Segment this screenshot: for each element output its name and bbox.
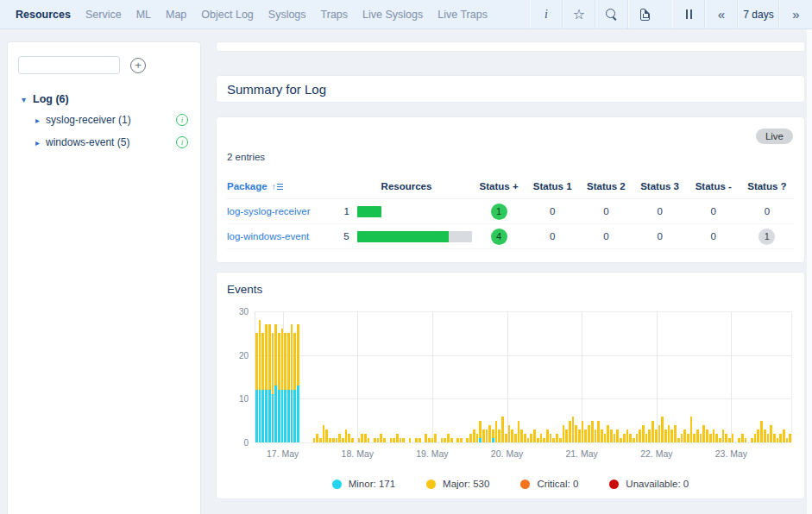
table-row: log-syslog-receiver1100000 <box>227 199 794 224</box>
event-bar <box>390 311 393 442</box>
event-bar <box>323 311 325 442</box>
playback-controls: « 7 days » <box>672 0 812 28</box>
pause-button[interactable] <box>672 0 705 28</box>
major-segment <box>393 438 395 442</box>
favorite-button[interactable]: ☆ <box>563 0 595 28</box>
collapsed-strip[interactable] <box>216 41 805 52</box>
event-bar <box>696 311 699 442</box>
time-range-button[interactable]: 7 days <box>738 0 779 28</box>
event-bar <box>415 311 418 442</box>
tree-root-label: Log (6) <box>33 93 69 105</box>
status-cell-status-2: 0 <box>579 206 633 216</box>
add-resource-button[interactable]: + <box>130 58 146 73</box>
tab-live-syslogs[interactable]: Live Syslogs <box>362 9 423 21</box>
tab-resources[interactable]: Resources <box>16 9 71 21</box>
major-segment <box>595 429 597 442</box>
resource-search-input[interactable] <box>18 56 120 74</box>
event-bar <box>786 311 789 442</box>
major-segment <box>278 333 280 390</box>
event-bar <box>773 311 776 442</box>
export-pdf-button[interactable] <box>628 0 661 28</box>
event-bar <box>572 311 575 442</box>
major-segment <box>728 438 731 442</box>
major-segment <box>492 429 494 438</box>
vertical-scrollbar[interactable] <box>806 29 812 514</box>
event-bar <box>674 311 677 442</box>
column-header-status-2: Status 2 <box>579 181 633 191</box>
major-segment <box>351 438 354 442</box>
info-button[interactable]: i <box>530 0 563 28</box>
tab-ml[interactable]: ML <box>136 9 151 21</box>
tab-traps[interactable]: Traps <box>321 9 349 21</box>
legend-label: Critical: 0 <box>537 479 578 489</box>
tree-item-syslog-receiver[interactable]: ▸syslog-receiver (1)i <box>18 109 190 131</box>
tab-syslogs[interactable]: Syslogs <box>268 9 306 21</box>
step-forward-button[interactable]: » <box>779 0 812 28</box>
column-header-package[interactable]: Package↑ <box>227 181 341 191</box>
legend-item-minor[interactable]: Minor: 171 <box>332 479 395 489</box>
summary-table-body: log-syslog-receiver1100000log-windows-ev… <box>227 199 794 249</box>
minor-segment <box>259 390 261 442</box>
major-segment <box>460 438 463 442</box>
major-segment <box>645 434 648 442</box>
event-bar <box>569 311 571 442</box>
event-bar <box>537 311 539 442</box>
major-segment <box>738 438 740 442</box>
caret-down-icon[interactable]: ▾ <box>22 95 26 104</box>
major-segment <box>511 429 513 442</box>
tab-live-traps[interactable]: Live Traps <box>437 9 488 21</box>
toolbar: i ☆ « 7 days » <box>530 0 812 28</box>
event-bar <box>336 311 338 442</box>
status-cell-status-3: 0 <box>633 206 687 216</box>
major-segment <box>501 417 504 442</box>
live-badge: Live <box>756 128 793 144</box>
major-segment <box>530 434 532 442</box>
major-segment <box>725 434 727 442</box>
package-link[interactable]: log-syslog-receiver <box>227 206 341 216</box>
package-link[interactable]: log-windows-event <box>227 231 341 241</box>
event-bar <box>527 311 530 442</box>
legend-item-major[interactable]: Major: 530 <box>426 479 489 489</box>
caret-right-icon[interactable]: ▸ <box>35 116 40 125</box>
major-segment <box>345 429 348 442</box>
major-segment <box>425 434 427 442</box>
major-segment <box>514 434 517 442</box>
sort-ascending-icon[interactable]: ↑ <box>272 182 283 191</box>
main-nav: ResourcesServiceMLMapObject LogSyslogsTr… <box>0 0 488 28</box>
caret-right-icon[interactable]: ▸ <box>35 138 40 147</box>
tree-item-windows-event[interactable]: ▸windows-event (5)i <box>18 131 190 154</box>
legend-dot <box>609 480 619 489</box>
major-segment <box>629 434 632 442</box>
major-segment <box>655 429 658 442</box>
major-segment <box>604 434 607 442</box>
major-segment <box>767 434 770 442</box>
event-bar <box>358 311 361 442</box>
major-segment <box>578 429 581 442</box>
event-bar <box>402 311 405 442</box>
status-cell-status: 4 <box>472 229 526 245</box>
event-bar <box>661 311 664 442</box>
tree-item-log[interactable]: ▾ Log (6) <box>18 93 190 105</box>
major-segment <box>348 434 350 442</box>
event-bar <box>767 311 770 442</box>
info-icon[interactable]: i <box>176 136 188 148</box>
search-button[interactable] <box>595 0 628 28</box>
event-bar <box>633 311 635 442</box>
tab-service[interactable]: Service <box>85 9 122 21</box>
legend-item-critical[interactable]: Critical: 0 <box>520 479 578 489</box>
tab-map[interactable]: Map <box>166 9 186 21</box>
major-segment <box>358 438 361 442</box>
major-segment <box>272 333 274 394</box>
minor-segment <box>272 394 274 442</box>
minor-segment <box>255 390 258 442</box>
info-icon[interactable]: i <box>176 114 188 126</box>
event-bar <box>434 311 437 442</box>
tab-object-log[interactable]: Object Log <box>201 9 253 21</box>
status-cell-status: 0 <box>687 231 740 241</box>
legend-item-unavailable[interactable]: Unavailable: 0 <box>609 479 689 489</box>
major-segment <box>505 434 507 442</box>
step-back-button[interactable]: « <box>705 0 738 28</box>
event-bar <box>498 311 500 442</box>
major-segment <box>658 425 661 442</box>
major-segment <box>588 425 590 442</box>
